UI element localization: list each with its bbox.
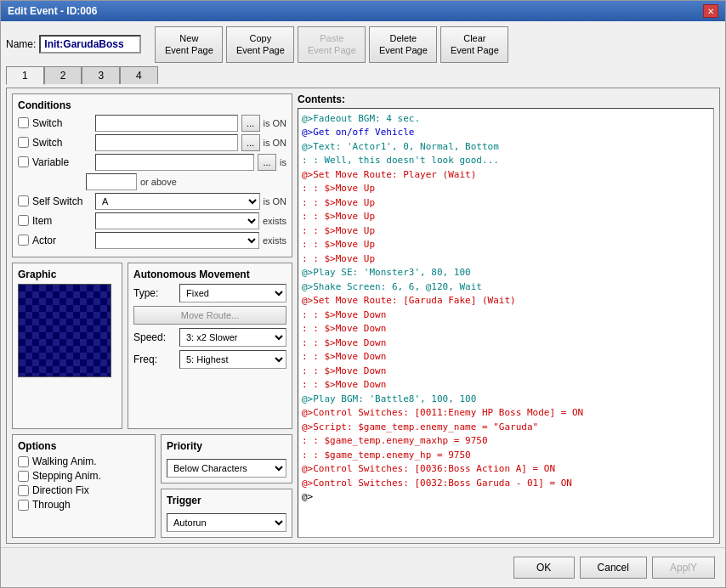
- switch1-label: Switch: [32, 117, 92, 129]
- options-section: Options Walking Anim. Stepping Anim. Dir…: [12, 434, 156, 538]
- options-title: Options: [18, 440, 150, 452]
- window-content: Name: NewEvent Page CopyEvent Page Paste…: [1, 21, 725, 587]
- or-above-input[interactable]: [86, 173, 137, 190]
- switch1-status: is ON: [264, 118, 287, 128]
- tab-1[interactable]: 1: [6, 66, 44, 85]
- graphic-canvas[interactable]: [18, 284, 111, 377]
- switch2-checkbox[interactable]: [18, 137, 29, 148]
- content-line: @>Fadeout BGM: 4 sec.: [302, 112, 710, 127]
- main-area: Conditions Switch ... is ON Switch: [6, 88, 720, 544]
- content-line: @>Get on/off Vehicle: [302, 126, 710, 140]
- move-route-button[interactable]: Move Route...: [133, 306, 286, 325]
- tab-3[interactable]: 3: [82, 66, 120, 84]
- ok-button[interactable]: OK: [513, 557, 575, 579]
- autonomous-movement-section: Autonomous Movement Type: Fixed Random A…: [128, 263, 292, 429]
- priority-select[interactable]: Below Characters Same as Characters Abov…: [167, 459, 286, 478]
- name-label: Name:: [6, 38, 36, 50]
- graphic-title: Graphic: [18, 269, 116, 280]
- am-freq-select[interactable]: 1: Lowest 2: Lower 3: Normal 4: Higher 5…: [179, 350, 286, 369]
- switch2-status: is ON: [264, 138, 287, 148]
- through-checkbox[interactable]: [18, 500, 29, 511]
- bottom-options-row: Options Walking Anim. Stepping Anim. Dir…: [12, 434, 292, 538]
- right-panel: Contents: @>Fadeout BGM: 4 sec.@>Get on/…: [298, 93, 714, 538]
- variable-dots-button[interactable]: ...: [258, 154, 276, 171]
- variable-label: Variable: [32, 156, 92, 168]
- close-button[interactable]: ✕: [703, 4, 718, 18]
- cancel-button[interactable]: Cancel: [580, 557, 647, 579]
- switch1-dots-button[interactable]: ...: [241, 115, 260, 132]
- name-section: Name:: [6, 35, 141, 54]
- condition-row-switch1: Switch ... is ON: [18, 115, 286, 132]
- content-line: @>Control Switches: [0036:Boss Action A]…: [302, 462, 710, 477]
- switch1-checkbox[interactable]: [18, 117, 29, 128]
- item-label: Item: [32, 215, 92, 227]
- content-line: : : $>Move Up: [302, 238, 710, 252]
- content-line: @>Shake Screen: 6, 6, @120, Wait: [302, 280, 710, 295]
- condition-row-actor: Actor exists: [18, 232, 286, 249]
- title-bar-buttons: ✕: [703, 4, 718, 18]
- option-walking-anim: Walking Anim.: [18, 455, 150, 467]
- self-switch-select[interactable]: ABCD: [95, 193, 260, 210]
- or-above-label: or above: [140, 177, 177, 187]
- am-speed-row: Speed: 1: x8 Slower 2: x4 Slower 3: x2 S…: [133, 328, 286, 347]
- condition-row-variable: Variable ... is: [18, 154, 286, 171]
- item-select[interactable]: [95, 212, 259, 229]
- stepping-anim-label: Stepping Anim.: [32, 470, 101, 482]
- through-label: Through: [32, 499, 71, 511]
- conditions-section: Conditions Switch ... is ON Switch: [12, 93, 292, 257]
- content-line: : : $>Move Down: [302, 350, 710, 365]
- paste-event-page-button[interactable]: PasteEvent Page: [298, 26, 366, 63]
- content-line: @>Play BGM: 'Battle8', 100, 100: [302, 393, 710, 407]
- delete-event-page-button[interactable]: DeleteEvent Page: [369, 26, 437, 63]
- actor-checkbox[interactable]: [18, 235, 29, 246]
- am-type-row: Type: Fixed Random Approach Custom: [133, 284, 286, 302]
- new-event-page-button[interactable]: NewEvent Page: [155, 26, 223, 63]
- copy-event-page-button[interactable]: CopyEvent Page: [226, 26, 294, 63]
- graphic-section: Graphic: [12, 263, 122, 429]
- option-direction-fix: Direction Fix: [18, 484, 150, 496]
- am-type-select[interactable]: Fixed Random Approach Custom: [179, 284, 286, 302]
- content-line: : : $>Move Up: [302, 224, 710, 239]
- self-switch-checkbox[interactable]: [18, 195, 29, 206]
- apply-button[interactable]: ApplY: [652, 557, 715, 579]
- am-freq-label: Freq:: [133, 353, 176, 365]
- contents-label: Contents:: [298, 93, 714, 105]
- direction-fix-checkbox[interactable]: [18, 485, 29, 496]
- tab-4[interactable]: 4: [120, 66, 158, 84]
- condition-row-switch2: Switch ... is ON: [18, 134, 286, 151]
- switch1-input[interactable]: [95, 115, 238, 132]
- content-line: : : $game_temp.enemy_maxhp = 9750: [302, 434, 710, 449]
- clear-event-page-button[interactable]: ClearEvent Page: [440, 26, 508, 63]
- content-line: @>Set Move Route: Player (Wait): [302, 168, 710, 183]
- top-row: Name: NewEvent Page CopyEvent Page Paste…: [6, 26, 720, 63]
- content-line: : : $>Move Down: [302, 308, 710, 323]
- name-input[interactable]: [39, 35, 141, 54]
- or-above-row: or above: [18, 173, 286, 190]
- switch2-input[interactable]: [95, 134, 238, 151]
- trigger-select[interactable]: Action Button Player Touch Event Touch A…: [167, 513, 286, 532]
- content-line: @>: [302, 490, 710, 505]
- content-line: @>Text: 'Actor1', 0, Normal, Bottom: [302, 140, 710, 155]
- content-line: : : $>Move Up: [302, 182, 710, 196]
- left-panel: Conditions Switch ... is ON Switch: [12, 93, 292, 538]
- walking-anim-checkbox[interactable]: [18, 456, 29, 467]
- walking-anim-label: Walking Anim.: [32, 455, 97, 467]
- variable-checkbox[interactable]: [18, 156, 29, 167]
- priority-section: Priority Below Characters Same as Charac…: [161, 434, 292, 483]
- content-line: @>Control Switches: [0011:Enemy HP Boss …: [302, 406, 710, 421]
- content-line: : : $>Move Down: [302, 378, 710, 393]
- stepping-anim-checkbox[interactable]: [18, 471, 29, 482]
- conditions-title: Conditions: [18, 99, 286, 111]
- item-checkbox[interactable]: [18, 215, 29, 226]
- bottom-left: Graphic Autonomous Movement Type:: [12, 263, 292, 429]
- actor-select[interactable]: [95, 232, 259, 249]
- priority-trigger-col: Priority Below Characters Same as Charac…: [161, 434, 292, 538]
- content-line: : : $>Move Up: [302, 196, 710, 211]
- variable-input[interactable]: [95, 154, 254, 171]
- bottom-bar: OK Cancel ApplY: [6, 551, 720, 582]
- am-speed-select[interactable]: 1: x8 Slower 2: x4 Slower 3: x2 Slower 4…: [179, 328, 286, 347]
- switch2-label: Switch: [32, 137, 92, 149]
- switch2-dots-button[interactable]: ...: [241, 134, 260, 151]
- contents-area[interactable]: @>Fadeout BGM: 4 sec.@>Get on/off Vehicl…: [298, 108, 714, 538]
- tab-2[interactable]: 2: [44, 66, 82, 84]
